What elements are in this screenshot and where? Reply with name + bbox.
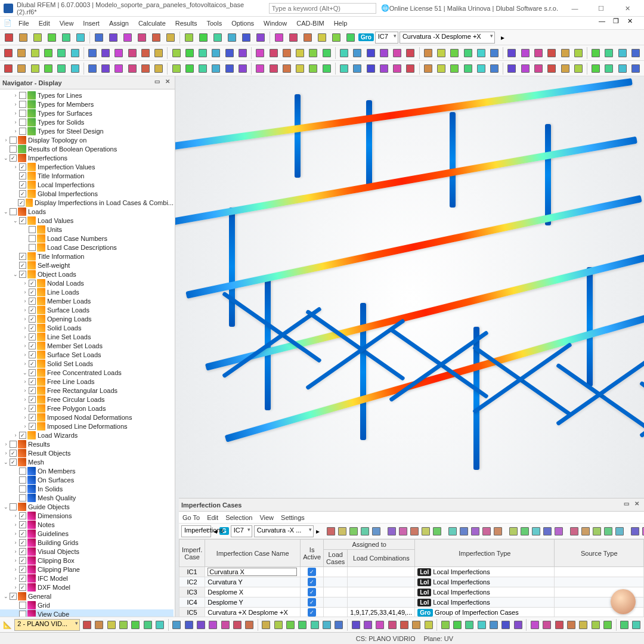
- expand-icon[interactable]: ›: [21, 280, 29, 286]
- toolbar-button[interactable]: [237, 62, 249, 75]
- toolbar-button[interactable]: [69, 47, 80, 60]
- row-lcomb[interactable]: [348, 597, 415, 608]
- toolbar-button[interactable]: [422, 62, 434, 75]
- expand-icon[interactable]: ›: [21, 423, 29, 429]
- btm-tool[interactable]: 📐: [2, 618, 13, 631]
- expand-icon[interactable]: ⌄: [2, 459, 10, 465]
- menu-calculate[interactable]: Calculate: [134, 18, 170, 28]
- tree-node[interactable]: ›Free Line Loads: [0, 377, 174, 386]
- imperf-tool-button[interactable]: [387, 525, 397, 538]
- toolbar-button[interactable]: [16, 62, 27, 75]
- tree-node[interactable]: ›Notes: [0, 520, 174, 529]
- expand-icon[interactable]: ›: [21, 334, 29, 340]
- toolbar-button[interactable]: [364, 47, 376, 60]
- row-name[interactable]: [205, 567, 301, 577]
- toolbar-button[interactable]: [273, 31, 286, 44]
- toolbar-button[interactable]: [2, 31, 16, 44]
- toolbar-button[interactable]: [121, 31, 134, 44]
- submenu-edit[interactable]: Edit: [207, 514, 218, 521]
- col-name[interactable]: Imperfection Case Name: [205, 540, 301, 567]
- tree-checkbox[interactable]: [19, 432, 26, 439]
- toolbar-button[interactable]: [338, 62, 350, 75]
- maximize-button[interactable]: ☐: [588, 0, 614, 17]
- imperf-tool-button[interactable]: [543, 525, 552, 538]
- menu-file[interactable]: File: [14, 18, 33, 28]
- bottom-tool-button[interactable]: [298, 618, 308, 631]
- expand-icon[interactable]: ⌄: [2, 504, 10, 510]
- imperf-tool-button[interactable]: [326, 525, 336, 538]
- bottom-tool-button[interactable]: [351, 618, 361, 631]
- imperf-tool-button[interactable]: [509, 525, 518, 538]
- toolbar-button[interactable]: [321, 47, 333, 60]
- tree-node[interactable]: ⌄Mesh: [0, 457, 174, 466]
- imperf-dock-button[interactable]: ▭: [621, 500, 631, 510]
- toolbar-button[interactable]: [42, 47, 54, 60]
- menu-insert[interactable]: Insert: [79, 18, 104, 28]
- tree-checkbox[interactable]: [19, 530, 26, 537]
- tree-node[interactable]: ›Types for Steel Design: [0, 126, 174, 135]
- toolbar-button[interactable]: [74, 31, 87, 44]
- expand-icon[interactable]: ›: [21, 325, 29, 331]
- submenu-view[interactable]: View: [259, 514, 274, 521]
- toolbar-button[interactable]: [435, 62, 447, 75]
- toolbar-button[interactable]: [603, 62, 615, 75]
- tree-node[interactable]: ›Building Grids: [0, 538, 174, 547]
- panel-dock-button[interactable]: ▭: [152, 78, 162, 88]
- row-lc[interactable]: [324, 597, 348, 608]
- bottom-tool-button[interactable]: [476, 618, 487, 631]
- bottom-tool-button[interactable]: [196, 618, 206, 631]
- bottom-tool-button[interactable]: [452, 618, 462, 631]
- tree-node[interactable]: ›Free Rectangular Loads: [0, 386, 174, 395]
- tree-checkbox[interactable]: [29, 306, 36, 314]
- toolbar-button[interactable]: [107, 31, 120, 44]
- tree-checkbox[interactable]: [19, 575, 26, 582]
- expand-icon[interactable]: ›: [12, 101, 19, 107]
- tree-node[interactable]: Mesh Quality: [0, 493, 174, 502]
- expand-icon[interactable]: ⌄: [2, 155, 10, 161]
- tree-checkbox[interactable]: [29, 378, 36, 385]
- toolbar-button[interactable]: [237, 47, 249, 60]
- tree-checkbox[interactable]: [29, 280, 36, 287]
- tree-node[interactable]: ›Types for Members: [0, 100, 174, 109]
- tree-node[interactable]: Global Imperfections: [0, 189, 174, 198]
- toolbar-button[interactable]: [330, 31, 343, 44]
- toolbar-button[interactable]: [86, 62, 98, 75]
- toolbar-button[interactable]: [307, 62, 319, 75]
- expand-icon[interactable]: ›: [2, 137, 10, 143]
- tree-node[interactable]: ›Line Set Loads: [0, 332, 174, 341]
- tree-node[interactable]: ›Clipping Plane: [0, 565, 174, 574]
- toolbar-button[interactable]: [351, 62, 363, 75]
- imperf-tool-button[interactable]: [581, 525, 590, 538]
- mdi-minimize-button[interactable]: —: [599, 17, 613, 29]
- row-lcomb[interactable]: [348, 587, 415, 597]
- toolbar-button[interactable]: [506, 62, 518, 75]
- bottom-tool-button[interactable]: [82, 618, 92, 631]
- toolbar-button[interactable]: [135, 31, 148, 44]
- bottom-tool-button[interactable]: [106, 618, 116, 631]
- imperf-tool-button[interactable]: [448, 525, 457, 538]
- tree-checkbox[interactable]: [19, 163, 26, 171]
- imperf-desc-dropdown[interactable]: Curvatura -X ...: [254, 525, 314, 537]
- toolbar-button[interactable]: [294, 62, 306, 75]
- expand-icon[interactable]: ⌄: [2, 593, 10, 599]
- toolbar-button[interactable]: [351, 47, 363, 60]
- toolbar-button[interactable]: [2, 47, 14, 60]
- tree-node[interactable]: Load Case Descriptions: [0, 243, 174, 252]
- toolbar-button[interactable]: [519, 47, 531, 60]
- bottom-tool-button[interactable]: [94, 618, 104, 631]
- tree-checkbox[interactable]: [10, 593, 17, 600]
- tree-checkbox[interactable]: [19, 584, 26, 591]
- toolbar-button[interactable]: [488, 47, 500, 60]
- imperf-close-button[interactable]: ✕: [632, 500, 642, 510]
- imperf-tool-button[interactable]: [482, 525, 491, 538]
- tree-node[interactable]: ›Load Wizards: [0, 431, 174, 439]
- bottom-tool-button[interactable]: [465, 618, 475, 631]
- bottom-tool-button[interactable]: [387, 618, 397, 631]
- expand-icon[interactable]: ›: [2, 441, 10, 447]
- bottom-tool-button[interactable]: [131, 618, 141, 631]
- tree-checkbox[interactable]: [19, 271, 26, 278]
- expand-icon[interactable]: ›: [12, 575, 19, 581]
- toolbar-button[interactable]: [475, 47, 487, 60]
- row-name[interactable]: Desplome Y: [205, 597, 301, 608]
- expand-icon[interactable]: ⌄: [12, 271, 19, 277]
